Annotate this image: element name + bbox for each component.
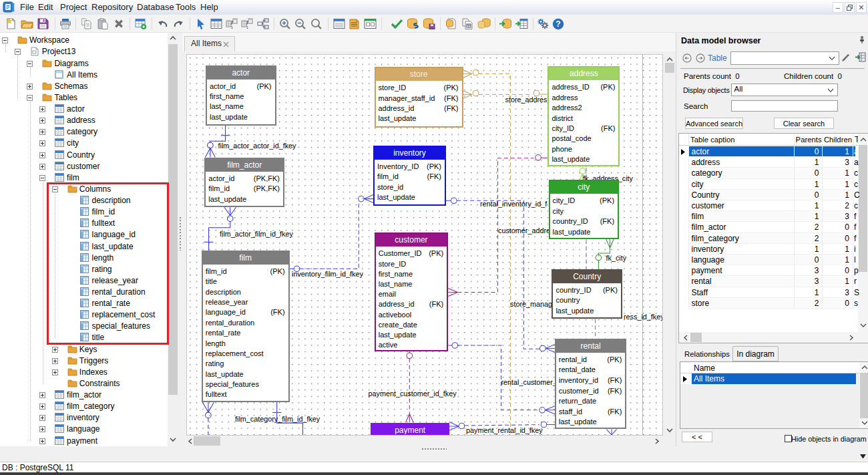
svg-text:1: 1 <box>231 25 233 29</box>
svg-text:?: ? <box>556 19 560 29</box>
svg-text:1: 1 <box>246 25 248 29</box>
